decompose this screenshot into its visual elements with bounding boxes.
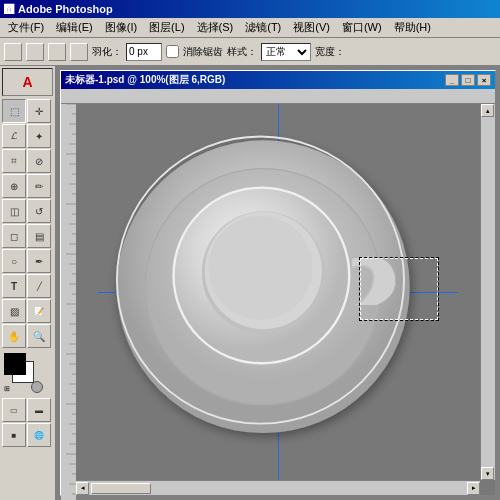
tool-magic-wand[interactable]: ✦ xyxy=(27,124,51,148)
options-btn-3[interactable] xyxy=(48,43,66,61)
screen-full[interactable]: ■ xyxy=(2,423,26,447)
menu-bar: 文件(F) 编辑(E) 图像(I) 图层(L) 选择(S) 滤镜(T) 视图(V… xyxy=(0,18,500,38)
default-colors-icon[interactable]: ⊞ xyxy=(4,385,10,393)
tool-crop[interactable]: ⌗ xyxy=(2,149,26,173)
screen-mode-row-2: ■ 🌐 xyxy=(2,423,53,447)
tool-slice[interactable]: ⊘ xyxy=(27,149,51,173)
menu-filter[interactable]: 滤镜(T) xyxy=(239,18,287,37)
screen-full-menu[interactable]: ▬ xyxy=(27,398,51,422)
menu-image[interactable]: 图像(I) xyxy=(99,18,143,37)
svg-rect-0 xyxy=(61,89,495,104)
menu-layer[interactable]: 图层(L) xyxy=(143,18,190,37)
feather-label: 羽化： xyxy=(92,45,122,59)
quick-mask-icon[interactable] xyxy=(31,381,43,393)
doc-minimize-btn[interactable]: _ xyxy=(445,74,459,86)
ruler-top-svg xyxy=(61,89,495,104)
tool-gradient2[interactable]: ▨ xyxy=(2,299,26,323)
menu-view[interactable]: 视图(V) xyxy=(287,18,336,37)
svg-point-103 xyxy=(209,216,313,320)
scroll-track-v xyxy=(481,117,495,467)
style-label: 样式： xyxy=(227,45,257,59)
menu-file[interactable]: 文件(F) xyxy=(2,18,50,37)
doc-window-controls: _ □ × xyxy=(445,74,491,86)
tool-row-3: ⌗ ⊘ xyxy=(2,149,53,173)
tool-lasso[interactable]: 𝓛 xyxy=(2,124,26,148)
tool-measure[interactable]: ╱ xyxy=(27,274,51,298)
tool-dodge[interactable]: ○ xyxy=(2,249,26,273)
tool-row-2: 𝓛 ✦ xyxy=(2,124,53,148)
tool-heal[interactable]: ⊕ xyxy=(2,174,26,198)
tool-text[interactable]: T xyxy=(2,274,26,298)
scroll-up-btn[interactable]: ▴ xyxy=(481,104,494,117)
doc-close-btn[interactable]: × xyxy=(477,74,491,86)
tool-eraser[interactable]: ◻ xyxy=(2,224,26,248)
jump-to-ie[interactable]: 🌐 xyxy=(27,423,51,447)
anti-alias-checkbox[interactable] xyxy=(166,45,179,58)
doc-window: 未标器-1.psd @ 100%(图层 6,RGB) _ □ × 5010015… xyxy=(60,70,496,496)
menu-edit[interactable]: 编辑(E) xyxy=(50,18,99,37)
tool-row-5: ◫ ↺ xyxy=(2,199,53,223)
main-area: A ⬚ ✛ 𝓛 ✦ ⌗ ⊘ ⊕ ✏ ◫ ↺ ◻ ▤ ○ ✒ xyxy=(0,66,500,500)
tool-move[interactable]: ✛ xyxy=(27,99,51,123)
options-bar: 羽化： 消除锯齿 样式： 正常 宽度： xyxy=(0,38,500,66)
options-btn-1[interactable] xyxy=(4,43,22,61)
tool-hand[interactable]: ✋ xyxy=(2,324,26,348)
scroll-right-btn[interactable]: ▸ xyxy=(467,482,480,495)
app-title: Adobe Photoshop xyxy=(18,3,113,15)
screen-normal[interactable]: ▭ xyxy=(2,398,26,422)
selection-marquee xyxy=(360,258,438,320)
title-bar: 🅰 Adobe Photoshop xyxy=(0,0,500,18)
canvas-area: 未标器-1.psd @ 100%(图层 6,RGB) _ □ × 5010015… xyxy=(56,66,500,500)
cup-container xyxy=(98,102,458,482)
doc-title: 未标器-1.psd @ 100%(图层 6,RGB) xyxy=(65,73,225,87)
color-swatch-area: ⊞ xyxy=(4,353,51,393)
scroll-left-btn[interactable]: ◂ xyxy=(76,482,89,495)
tool-row-10: ✋ 🔍 xyxy=(2,324,53,348)
style-select[interactable]: 正常 xyxy=(261,43,311,61)
anti-alias-label: 消除锯齿 xyxy=(183,45,223,59)
tool-row-1: ⬚ ✛ xyxy=(2,99,53,123)
tool-history-brush[interactable]: ↺ xyxy=(27,199,51,223)
scrollbar-horizontal[interactable]: ◂ ▸ xyxy=(76,480,480,495)
doc-title-bar[interactable]: 未标器-1.psd @ 100%(图层 6,RGB) _ □ × xyxy=(61,71,495,89)
app-icon: 🅰 xyxy=(4,4,14,15)
scrollbar-vertical[interactable]: ▴ ▾ xyxy=(480,104,495,480)
options-btn-2[interactable] xyxy=(26,43,44,61)
toolbox: A ⬚ ✛ 𝓛 ✦ ⌗ ⊘ ⊕ ✏ ◫ ↺ ◻ ▤ ○ ✒ xyxy=(0,66,56,500)
tool-brush[interactable]: ✏ xyxy=(27,174,51,198)
tool-pen[interactable]: ✒ xyxy=(27,249,51,273)
toolbox-logo: A xyxy=(2,68,53,96)
ruler-top: 50100150200250300350400 xyxy=(61,89,495,104)
doc-maximize-btn[interactable]: □ xyxy=(461,74,475,86)
tool-row-9: ▨ 📝 xyxy=(2,299,53,323)
doc-canvas[interactable] xyxy=(61,89,495,495)
menu-select[interactable]: 选择(S) xyxy=(191,18,240,37)
tool-zoom[interactable]: 🔍 xyxy=(27,324,51,348)
feather-input[interactable] xyxy=(126,43,162,61)
tool-notes[interactable]: 📝 xyxy=(27,299,51,323)
width-label: 宽度： xyxy=(315,45,345,59)
scroll-thumb-h[interactable] xyxy=(91,483,151,494)
tool-stamp[interactable]: ◫ xyxy=(2,199,26,223)
foreground-color[interactable] xyxy=(4,353,26,375)
tool-marquee-rect[interactable]: ⬚ xyxy=(2,99,26,123)
tool-row-6: ◻ ▤ xyxy=(2,224,53,248)
screen-mode-row: ▭ ▬ xyxy=(2,398,53,422)
tool-row-8: T ╱ xyxy=(2,274,53,298)
tool-row-4: ⊕ ✏ xyxy=(2,174,53,198)
menu-help[interactable]: 帮助(H) xyxy=(388,18,437,37)
ruler-left xyxy=(61,104,76,495)
options-btn-4[interactable] xyxy=(70,43,88,61)
svg-rect-55 xyxy=(61,104,76,500)
scroll-down-btn[interactable]: ▾ xyxy=(481,467,494,480)
menu-window[interactable]: 窗口(W) xyxy=(336,18,388,37)
tool-gradient[interactable]: ▤ xyxy=(27,224,51,248)
tool-row-7: ○ ✒ xyxy=(2,249,53,273)
